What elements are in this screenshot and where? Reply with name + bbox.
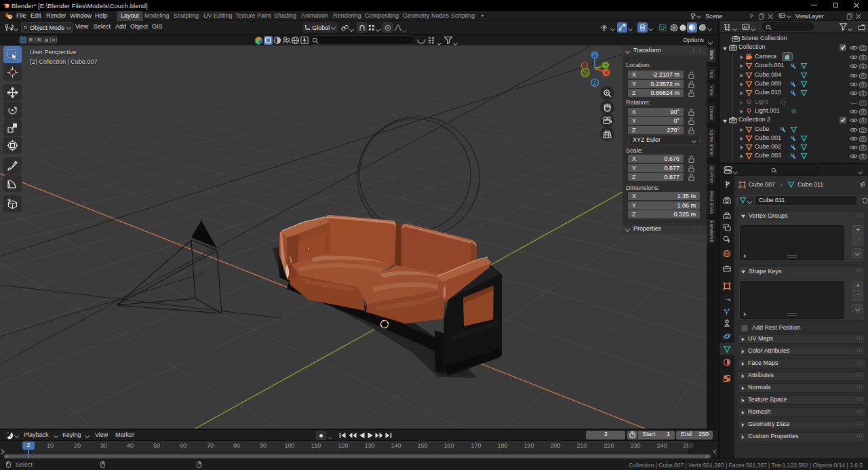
- svg-text:Z: Z: [593, 52, 597, 58]
- svg-text:Y: Y: [604, 62, 608, 68]
- svg-text:X: X: [604, 70, 608, 76]
- svg-text:Z: Z: [593, 81, 597, 85]
